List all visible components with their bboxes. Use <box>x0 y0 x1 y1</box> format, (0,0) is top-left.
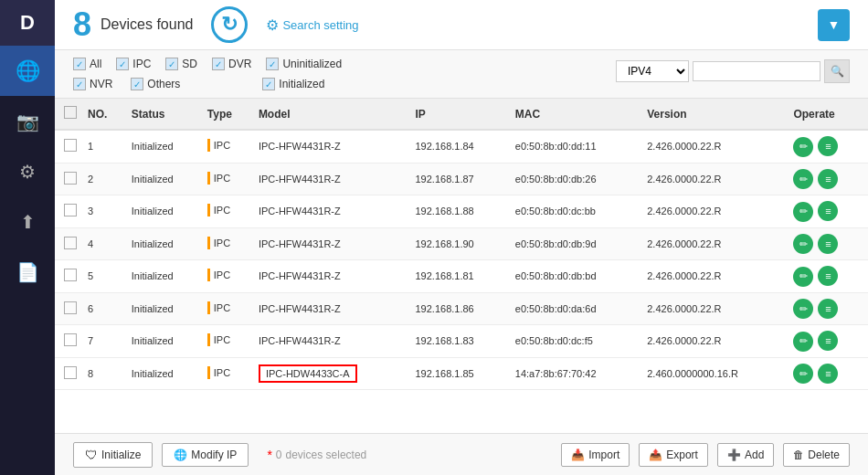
filter-nvr-label: NVR <box>90 78 112 90</box>
row-delete-button-1[interactable]: ≡ <box>818 136 838 156</box>
filter-bar: All IPC SD DVR Uninitialized NVR Others <box>55 50 868 99</box>
header-widget: ▼ <box>818 9 850 41</box>
row-no: 6 <box>82 292 126 325</box>
row-checkbox-1[interactable] <box>64 139 77 152</box>
row-checkbox-5[interactable] <box>64 269 77 281</box>
select-all-checkbox[interactable] <box>64 106 77 119</box>
row-checkbox-4[interactable] <box>64 237 77 249</box>
devices-selected-count: 0 <box>276 449 282 461</box>
model-cell: IPC-HFW4431R-Z <box>253 325 410 358</box>
export-button[interactable]: 📤 Export <box>639 443 708 467</box>
row-mac: e0:50:8b:d0:dc:f5 <box>510 325 641 358</box>
search-icon: 🔍 <box>831 65 844 78</box>
row-status: Initialized <box>126 357 202 390</box>
row-checkbox-6[interactable] <box>64 301 77 314</box>
table-row: 6 Initialized IPC IPC-HFW4431R-Z 192.168… <box>55 292 868 325</box>
filter-ipc-checkbox[interactable] <box>116 58 129 70</box>
row-no: 2 <box>82 163 126 195</box>
edit-button-1[interactable]: ✏ <box>793 137 813 157</box>
edit-button-4[interactable]: ✏ <box>793 234 813 254</box>
row-type: IPC <box>202 325 253 358</box>
filter-others-checkbox[interactable] <box>131 78 143 90</box>
edit-button-3[interactable]: ✏ <box>793 202 813 222</box>
footer-right-actions: 📥 Import 📤 Export ➕ Add 🗑 Delete <box>561 443 850 467</box>
filter-all-checkbox[interactable] <box>73 58 86 70</box>
filter-uninitialized[interactable]: Uninitialized <box>266 58 342 70</box>
row-delete-button-7[interactable]: ≡ <box>818 331 838 351</box>
sidebar-item-network[interactable]: 🌐 <box>0 46 55 96</box>
row-checkbox-cell <box>55 260 82 293</box>
col-no: NO. <box>82 99 126 130</box>
edit-button-6[interactable]: ✏ <box>793 299 813 319</box>
row-version: 2.426.0000.22.R <box>641 292 788 325</box>
table-row: 7 Initialized IPC IPC-HFW4431R-Z 192.168… <box>55 325 868 358</box>
edit-button-5[interactable]: ✏ <box>793 267 813 287</box>
search-input[interactable] <box>693 61 820 81</box>
add-button[interactable]: ➕ Add <box>717 443 774 467</box>
row-delete-button-5[interactable]: ≡ <box>818 266 838 286</box>
import-icon: 📥 <box>571 449 585 461</box>
sidebar-item-document[interactable]: 📄 <box>0 247 55 297</box>
filter-uninitialized-checkbox[interactable] <box>266 58 279 70</box>
row-delete-button-3[interactable]: ≡ <box>818 201 838 221</box>
sidebar-item-camera[interactable]: 📷 <box>0 96 55 146</box>
row-delete-button-6[interactable]: ≡ <box>818 299 838 319</box>
row-status: Initialized <box>126 260 202 293</box>
row-checkbox-cell <box>55 325 82 358</box>
filter-uninitialized-label: Uninitialized <box>282 58 342 70</box>
initialize-button[interactable]: 🛡 Initialize <box>73 442 153 468</box>
edit-button-2[interactable]: ✏ <box>793 169 813 189</box>
search-setting-button[interactable]: ⚙ Search setting <box>266 16 358 34</box>
filter-initialized[interactable]: Initialized <box>262 78 324 90</box>
sidebar-item-upload[interactable]: ⬆ <box>0 196 55 247</box>
row-checkbox-cell <box>55 130 82 163</box>
settings-icon: ⚙ <box>19 161 36 183</box>
modify-ip-icon: 🌐 <box>174 449 187 461</box>
row-status: Initialized <box>126 130 202 163</box>
model-cell: IPC-HFW4431R-Z <box>253 130 410 163</box>
highlighted-model: IPC-HDW4433C-A <box>259 364 357 383</box>
row-checkbox-7[interactable] <box>64 333 77 346</box>
widget-icon: ▼ <box>828 17 841 32</box>
filter-nvr[interactable]: NVR <box>73 78 112 90</box>
row-checkbox-8[interactable] <box>64 366 77 379</box>
filter-ipc[interactable]: IPC <box>116 58 151 70</box>
filter-others[interactable]: Others <box>131 78 180 90</box>
filter-dvr-checkbox[interactable] <box>212 58 225 70</box>
filter-sd[interactable]: SD <box>165 58 197 70</box>
row-no: 1 <box>82 130 126 163</box>
row-ip: 192.168.1.90 <box>410 227 510 260</box>
network-icon: 🌐 <box>16 59 40 83</box>
row-delete-button-4[interactable]: ≡ <box>818 234 838 254</box>
delete-button[interactable]: 🗑 Delete <box>783 443 850 467</box>
search-button[interactable]: 🔍 <box>824 59 850 83</box>
row-checkbox-3[interactable] <box>64 204 77 216</box>
row-status: Initialized <box>126 163 202 195</box>
row-mac: e0:50:8b:d0:dc:bb <box>510 195 641 228</box>
row-checkbox-cell <box>55 357 82 390</box>
filter-nvr-checkbox[interactable] <box>73 78 86 90</box>
filter-all[interactable]: All <box>73 58 101 70</box>
row-status: Initialized <box>126 325 202 358</box>
col-operate: Operate <box>788 99 868 130</box>
import-button[interactable]: 📥 Import <box>561 443 630 467</box>
sidebar-item-settings[interactable]: ⚙ <box>0 146 55 196</box>
row-delete-button-8[interactable]: ≡ <box>818 364 838 384</box>
row-ip: 192.168.1.81 <box>410 260 510 293</box>
filter-initialized-checkbox[interactable] <box>262 78 275 90</box>
row-checkbox-2[interactable] <box>64 172 77 185</box>
edit-button-7[interactable]: ✏ <box>793 332 813 352</box>
row-delete-button-2[interactable]: ≡ <box>818 169 838 189</box>
col-ip: IP <box>410 99 510 130</box>
refresh-button[interactable]: ↻ <box>211 6 248 43</box>
filter-dvr[interactable]: DVR <box>212 58 251 70</box>
row-operate: ✏ ≡ <box>788 292 868 325</box>
ipv4-select[interactable]: IPV4 IPV6 <box>616 60 689 82</box>
filter-all-label: All <box>90 58 101 70</box>
filter-sd-checkbox[interactable] <box>165 58 178 70</box>
modify-ip-button[interactable]: 🌐 Modify IP <box>162 443 249 467</box>
model-cell: IPC-HFW4431R-Z <box>253 260 410 293</box>
edit-button-8[interactable]: ✏ <box>793 364 813 384</box>
model-cell: IPC-HFW4431R-Z <box>253 163 410 195</box>
sidebar-logo[interactable]: D <box>0 0 55 46</box>
